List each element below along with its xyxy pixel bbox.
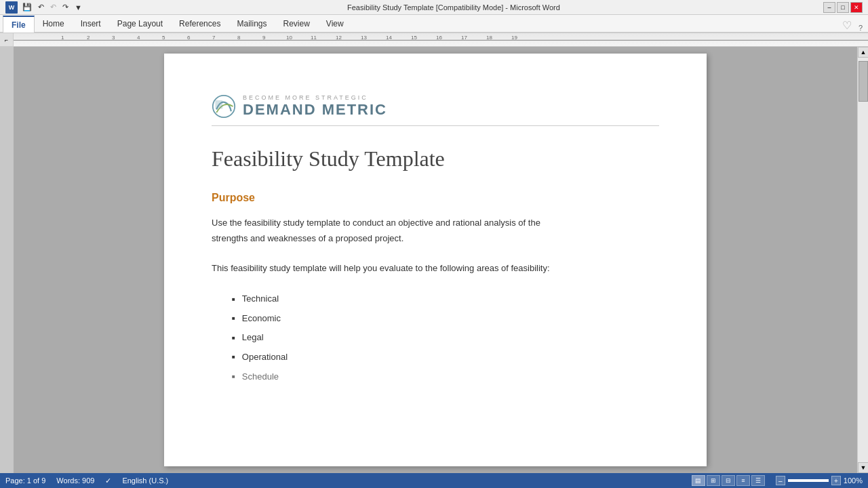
document-title: Feasibility Study Template — [212, 146, 659, 171]
quick-access-dropdown[interactable]: ▼ — [73, 3, 84, 12]
svg-text:16: 16 — [436, 35, 442, 41]
svg-text:2: 2 — [87, 35, 90, 41]
svg-text:15: 15 — [411, 35, 417, 41]
redo-button[interactable]: ↷ — [60, 2, 71, 12]
tab-review[interactable]: Review — [275, 15, 317, 32]
ribbon: File Home Insert Page Layout References … — [0, 15, 868, 33]
scrollbar-down-btn[interactable]: ▼ — [858, 462, 868, 473]
svg-text:14: 14 — [386, 35, 392, 41]
view-buttons: ▤ ⊞ ⊟ ≡ ☰ — [692, 475, 765, 486]
zoom-in-btn[interactable]: + — [831, 476, 841, 485]
title-bar: W 💾 ↶ ↶ ↷ ▼ Feasibility Study Template [… — [0, 0, 868, 15]
tab-file[interactable]: File — [3, 16, 35, 33]
demand-metric-logo-icon — [212, 94, 236, 119]
tab-view[interactable]: View — [318, 15, 352, 32]
svg-text:10: 10 — [286, 35, 292, 41]
scrollbar-up-btn[interactable]: ▲ — [858, 47, 868, 58]
page-indicator: Page: 1 of 9 — [5, 476, 45, 485]
svg-text:9: 9 — [262, 35, 266, 41]
vertical-scrollbar[interactable]: ▲ ▼ — [857, 47, 868, 473]
feasibility-areas-list: Technical Economic Legal Operational Sch… — [232, 289, 659, 386]
section-heading-purpose: Purpose — [212, 192, 659, 204]
status-bar: Page: 1 of 9 Words: 909 ✓ English (U.S.)… — [0, 473, 868, 488]
tab-home[interactable]: Home — [35, 15, 73, 32]
logo-text: Become More Strategic Demand Metric — [243, 94, 387, 119]
svg-text:12: 12 — [336, 35, 342, 41]
undo-disabled: ↶ — [48, 2, 58, 12]
zoom-level[interactable]: 100% — [844, 476, 863, 485]
view-fullscreen-btn[interactable]: ⊞ — [707, 475, 720, 486]
ruler-indent-btn[interactable]: ⌐ — [0, 33, 14, 47]
tab-references[interactable]: References — [171, 15, 229, 32]
svg-rect-22 — [215, 100, 222, 109]
list-item-legal: Legal — [232, 328, 659, 348]
view-draft-btn[interactable]: ☰ — [751, 475, 765, 486]
maximize-button[interactable]: □ — [837, 2, 849, 13]
ribbon-tabs: File Home Insert Page Layout References … — [0, 15, 868, 33]
svg-text:4: 4 — [137, 35, 140, 41]
close-button[interactable]: ✕ — [850, 2, 863, 13]
tab-insert[interactable]: Insert — [73, 15, 109, 32]
status-right: ▤ ⊞ ⊟ ≡ ☰ – + 100% — [692, 475, 863, 486]
svg-text:11: 11 — [311, 35, 317, 41]
ribbon-heart-icon[interactable]: ♡ — [838, 19, 856, 32]
svg-text:3: 3 — [112, 35, 115, 41]
ruler-track: 1 2 3 4 5 6 7 8 9 10 11 12 13 14 15 16 1… — [14, 33, 868, 46]
svg-text:1: 1 — [61, 35, 64, 41]
status-left: Page: 1 of 9 Words: 909 ✓ English (U.S.) — [5, 476, 168, 485]
list-item-economic: Economic — [232, 309, 659, 329]
logo-name: Demand Metric — [243, 101, 387, 119]
svg-text:5: 5 — [162, 35, 165, 41]
minimize-button[interactable]: – — [823, 2, 835, 13]
word-icon: W — [5, 1, 18, 14]
logo-area: Become More Strategic Demand Metric — [212, 94, 659, 126]
main-area: Become More Strategic Demand Metric Feas… — [0, 47, 868, 473]
save-button[interactable]: 💾 — [20, 2, 34, 12]
view-outline-btn[interactable]: ≡ — [736, 475, 750, 486]
body-text-2: This feasibility study template will hel… — [212, 260, 659, 276]
svg-text:13: 13 — [361, 35, 367, 41]
zoom-controls: – + 100% — [776, 476, 863, 485]
quick-access-toolbar: 💾 ↶ ↶ ↷ ▼ — [20, 2, 84, 12]
ruler: ⌐ 1 2 3 4 5 6 7 8 9 10 11 12 13 14 15 16… — [0, 33, 868, 47]
scrollbar-track[interactable] — [858, 58, 868, 462]
svg-rect-20 — [0, 47, 14, 473]
scrollbar-thumb[interactable] — [859, 61, 868, 102]
zoom-out-btn[interactable]: – — [776, 476, 785, 485]
view-print-btn[interactable]: ▤ — [692, 475, 705, 486]
document-page: Become More Strategic Demand Metric Feas… — [164, 54, 707, 466]
svg-text:17: 17 — [461, 35, 467, 41]
list-item-operational: Operational — [232, 348, 659, 367]
ribbon-help-icon[interactable]: ? — [856, 24, 865, 32]
logo-tagline: Become More Strategic — [243, 94, 387, 101]
undo-button[interactable]: ↶ — [36, 2, 46, 12]
language-indicator[interactable]: English (U.S.) — [122, 476, 168, 485]
body-text-1: Use the feasibility study template to co… — [212, 215, 659, 247]
svg-text:8: 8 — [237, 35, 241, 41]
title-bar-left: W 💾 ↶ ↶ ↷ ▼ — [5, 1, 84, 14]
list-item-schedule: Schedule — [232, 367, 659, 387]
document-area[interactable]: Become More Strategic Demand Metric Feas… — [14, 47, 857, 473]
window-controls: – □ ✕ — [823, 2, 863, 13]
title-bar-title: Feasibility Study Template [Compatibilit… — [84, 3, 823, 12]
svg-text:7: 7 — [212, 35, 216, 41]
word-count: Words: 909 — [56, 476, 94, 485]
tab-page-layout[interactable]: Page Layout — [109, 15, 171, 32]
svg-text:6: 6 — [187, 35, 191, 41]
svg-text:19: 19 — [511, 35, 517, 41]
svg-text:18: 18 — [486, 35, 492, 41]
list-item-technical: Technical — [232, 289, 659, 309]
tab-mailings[interactable]: Mailings — [229, 15, 275, 32]
zoom-slider-fill — [788, 479, 829, 482]
spelling-icon[interactable]: ✓ — [105, 476, 111, 485]
left-margin-ruler — [0, 47, 14, 473]
view-web-btn[interactable]: ⊟ — [722, 475, 735, 486]
zoom-slider[interactable] — [788, 479, 829, 482]
